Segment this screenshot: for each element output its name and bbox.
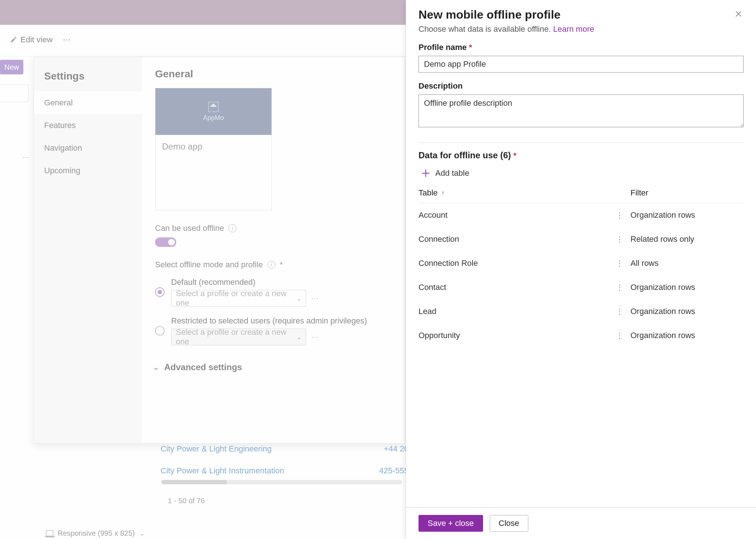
new-button[interactable]: New [0, 60, 23, 74]
close-footer-button[interactable]: Close [490, 515, 528, 532]
panel-subtitle: Choose what data is available offline. [418, 24, 551, 34]
device-icon [46, 530, 53, 536]
horizontal-scrollbar[interactable] [161, 480, 402, 484]
settings-body: General AppMo Demo app Can be used offli… [142, 57, 405, 443]
edit-view-label: Edit view [20, 35, 53, 44]
filter-header-label: Filter [630, 188, 648, 197]
radio-restricted[interactable] [155, 326, 165, 336]
table-row[interactable]: Connection Role ⋮ All rows [418, 251, 744, 275]
table-cell-name: Contact [418, 283, 609, 292]
row-actions-button[interactable]: ⋮ [609, 283, 630, 292]
close-icon [735, 10, 742, 18]
table-row[interactable]: City Power & Light Instrumentation 425-5… [161, 466, 409, 476]
table-cell-filter: Organization rows [630, 307, 744, 316]
offline-label: Can be used offline [155, 224, 224, 233]
panel-title: New mobile offline profile [418, 8, 560, 22]
table-cell-filter: All rows [630, 259, 744, 268]
sort-ascending-icon: ↑ [441, 189, 445, 197]
broken-image-icon [208, 102, 219, 112]
add-table-label: Add table [435, 168, 469, 178]
tile-app-name: Demo app [155, 135, 271, 210]
required-star: * [280, 260, 283, 270]
left-search-input[interactable] [0, 85, 28, 102]
table-cell-filter: Organization rows [630, 331, 744, 340]
required-star: * [469, 43, 472, 52]
profile-name-label: Profile name [418, 43, 467, 52]
learn-more-link[interactable]: Learn more [553, 24, 594, 34]
table-row[interactable]: City Power & Light Engineering +44 20 [161, 444, 409, 454]
description-input[interactable] [418, 94, 744, 127]
chevron-down-icon: ⌄ [297, 334, 301, 341]
info-icon[interactable]: i [228, 224, 236, 232]
table-cell-name: Connection [418, 234, 609, 244]
chevron-down-icon: ⌄ [153, 363, 159, 372]
profile-more-icon[interactable]: ⋯ [311, 333, 319, 341]
underlying-table-rows: City Power & Light Engineering +44 20 Ci… [161, 444, 409, 476]
plus-icon [421, 169, 430, 178]
column-header-filter[interactable]: Filter [630, 188, 744, 198]
table-row[interactable]: Lead ⋮ Organization rows [418, 299, 744, 323]
close-label: Close [499, 519, 519, 528]
table-header-label: Table [418, 188, 438, 198]
edit-view-button[interactable]: Edit view ⋯ [10, 35, 72, 44]
row-actions-button[interactable]: ⋮ [609, 259, 630, 268]
row-actions-button[interactable]: ⋮ [609, 307, 630, 316]
profile-select-restricted: Select a profile or create a new one ⌄ [171, 329, 306, 345]
chevron-down-icon: ⌄ [139, 529, 145, 538]
settings-title: Settings [34, 68, 142, 92]
status-bar[interactable]: Responsive (995 x 825) ⌄ [46, 529, 145, 538]
table-row[interactable]: Account ⋮ Organization rows [418, 203, 744, 227]
settings-item-features[interactable]: Features [34, 114, 142, 137]
panel-footer: Save + close Close [406, 507, 756, 539]
table-cell-name: Connection Role [418, 259, 609, 268]
offline-toggle[interactable] [155, 237, 176, 247]
settings-item-navigation[interactable]: Navigation [34, 137, 142, 159]
table-cell-filter: Organization rows [630, 210, 744, 220]
settings-panel: Settings General Features Navigation Upc… [34, 57, 405, 443]
row-actions-button[interactable]: ⋮ [609, 235, 630, 244]
mode-label: Select offline mode and profile [155, 260, 263, 270]
app-tile[interactable]: AppMo Demo app [155, 88, 272, 210]
required-star: * [513, 151, 517, 160]
row-name: City Power & Light Engineering [161, 444, 272, 454]
settings-item-general[interactable]: General [34, 92, 142, 114]
row-actions-button[interactable]: ⋮ [609, 331, 630, 340]
add-table-button[interactable]: Add table [421, 168, 744, 178]
save-close-button[interactable]: Save + close [418, 515, 483, 532]
table-cell-filter: Organization rows [630, 283, 744, 292]
table-cell-filter: Related rows only [630, 234, 744, 244]
row-name: City Power & Light Instrumentation [161, 466, 284, 476]
advanced-settings-toggle[interactable]: ⌄ Advanced settings [153, 362, 392, 372]
table-row[interactable]: Opportunity ⋮ Organization rows [418, 323, 744, 348]
profile-select-default[interactable]: Select a profile or create a new one ⌄ [171, 290, 306, 307]
data-section-title: Data for offline use (6) [418, 150, 511, 160]
column-header-table[interactable]: Table ↑ [418, 188, 609, 198]
row-actions-button[interactable]: ⋮ [609, 211, 630, 220]
save-close-label: Save + close [428, 519, 474, 528]
row-more-icon[interactable]: ⋯ [23, 153, 30, 161]
table-cell-name: Lead [418, 307, 609, 316]
row-phone: +44 20 [384, 444, 409, 454]
pencil-icon [10, 36, 17, 43]
new-button-label: New [4, 63, 19, 71]
table-cell-name: Opportunity [418, 331, 609, 340]
table-row[interactable]: Contact ⋮ Organization rows [418, 275, 744, 299]
select-placeholder: Select a profile or create a new one [176, 289, 297, 308]
general-title: General [155, 68, 392, 80]
more-icon[interactable]: ⋯ [63, 35, 72, 44]
radio-restricted-label: Restricted to selected users (requires a… [171, 316, 392, 326]
offline-profile-panel: New mobile offline profile Choose what d… [406, 0, 756, 539]
tile-caption: AppMo [203, 114, 224, 122]
row-phone: 425-555 [379, 466, 409, 476]
radio-default[interactable] [155, 287, 165, 297]
radio-default-label: Default (recommended) [171, 278, 392, 287]
info-icon[interactable]: i [267, 261, 275, 269]
close-button[interactable] [733, 8, 744, 21]
profile-more-icon[interactable]: ⋯ [311, 294, 319, 303]
table-cell-name: Account [418, 210, 609, 220]
description-label: Description [418, 81, 744, 91]
table-row[interactable]: Connection ⋮ Related rows only [418, 227, 744, 251]
settings-item-upcoming[interactable]: Upcoming [34, 159, 142, 182]
advanced-label: Advanced settings [164, 362, 242, 372]
profile-name-input[interactable] [418, 56, 744, 73]
